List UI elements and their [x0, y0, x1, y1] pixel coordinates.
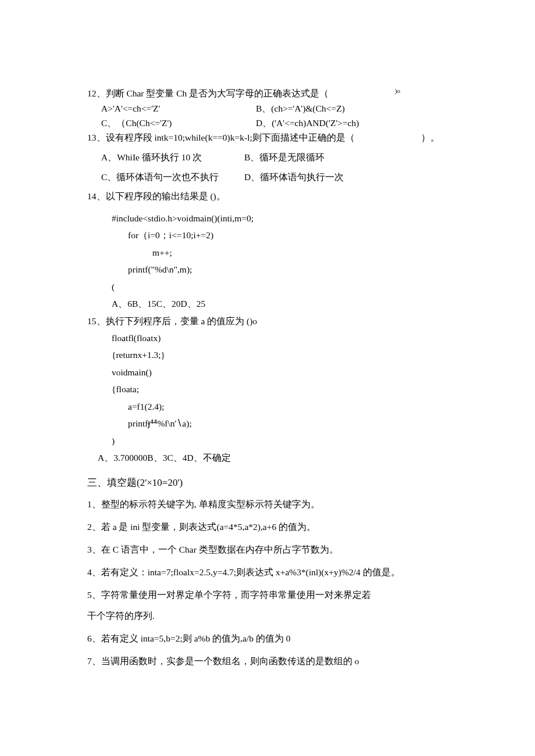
q14-c3: m++;: [87, 244, 459, 261]
q12-options-row1: A>'A'<=ch<='Z' B、(ch>='A')&(Ch<=Z): [87, 102, 459, 115]
q13-tail: ）。: [421, 132, 440, 142]
q12-options-row2: C、（Ch(Ch<='Z') D、('A'<=ch)AND('Z'>=ch): [87, 117, 459, 130]
fill-4: 4、若有定义：inta=7;floalx=2.5,y=4.7;则表达式 x+a%…: [87, 565, 459, 580]
q15-c6: printfɟ⁴⁴%f\n'∖a);: [87, 415, 459, 432]
fill-5a: 5、字符常量使用一对界定单个字符，而字符串常量使用一对来界定若: [87, 588, 459, 603]
fill-6: 6、若有定义 inta=5,b=2;则 a%b 的值为,a/b 的值为 0: [87, 632, 459, 646]
fill-3: 3、在 C 语言中，一个 Char 类型数据在内存中所占字节数为。: [87, 543, 459, 557]
q13-stem: 13、设有程序段 intk=10;while(k==0)k=k-l;则下面描述中…: [87, 131, 459, 144]
q13-optC: C、循环体语句一次也不执行: [87, 171, 244, 184]
q15-stem: 15、执行下列程序后，变量 a 的值应为 ()o: [87, 313, 459, 329]
q12-optC: C、（Ch(Ch<='Z'): [87, 117, 256, 130]
q14-c2: for（i=0；i<=10;i+=2): [87, 227, 459, 243]
q14-c4: printf("%d\n",m);: [87, 261, 459, 278]
q14-opts: A、6B、15C、20D、25: [87, 295, 459, 312]
q15-block: 15、执行下列程序后，变量 a 的值应为 ()o floatfl(floatx)…: [87, 313, 459, 467]
q15-c3: voidmain(): [87, 364, 459, 381]
q13-optB: B、循环是无限循环: [244, 151, 324, 164]
q15-c2: {returnx+1.3;}: [87, 346, 459, 363]
q15-c1: floatfl(floatx): [87, 329, 459, 346]
fill-5b: 干个字符的序列.: [87, 609, 459, 624]
q13-optD: D、循环体语句执行一次: [244, 171, 344, 184]
q15-c4: {floata;: [87, 381, 459, 397]
q12-tail: )o: [395, 87, 400, 94]
q14-stem: 14、以下程序段的输出结果是 ()。: [87, 190, 459, 203]
q14-c5: (: [87, 278, 459, 295]
q12-optD: D、('A'<=ch)AND('Z'>=ch): [256, 117, 359, 130]
q15-c5: a=f1(2.4);: [87, 398, 459, 415]
q12-optA: A>'A'<=ch<='Z': [87, 102, 256, 115]
q12-stem: 12、判断 Char 型变量 Ch 是否为大写字母的正确表达式是（ )o: [87, 87, 459, 100]
q13-stem-text: 13、设有程序段 intk=10;while(k==0)k=k-l;则下面描述中…: [87, 132, 355, 142]
q14-code: #include<stdio.h>voidmain()(inti,m=0; fo…: [87, 210, 459, 313]
fill-2: 2、若 a 是 ini 型变量，则表达式(a=4*5,a*2),a+6 的值为。: [87, 520, 459, 535]
q14-c1: #include<stdio.h>voidmain()(inti,m=0;: [87, 210, 459, 227]
q15-c7: ): [87, 432, 459, 449]
q15-opts: A、3.700000B、3C、4D、不确定: [87, 449, 459, 466]
q12-stem-text: 12、判断 Char 型变量 Ch 是否为大写字母的正确表达式是（: [87, 88, 329, 98]
fill-1: 1、整型的标示符关键字为, 单精度实型标示符关键字为。: [87, 497, 459, 512]
fill-7: 7、当调用函数时，实参是一个数组名，则向函数传送的是数组的 o: [87, 654, 459, 669]
q13-options-row2: C、循环体语句一次也不执行 D、循环体语句执行一次: [87, 171, 459, 184]
q13-options-row1: A、WhiIe 循环执行 10 次 B、循环是无限循环: [87, 151, 459, 164]
q13-optA: A、WhiIe 循环执行 10 次: [87, 151, 244, 164]
section3-heading: 三、填空题(2'×10=20'): [87, 476, 459, 490]
q12-optB: B、(ch>='A')&(Ch<=Z): [256, 102, 345, 115]
